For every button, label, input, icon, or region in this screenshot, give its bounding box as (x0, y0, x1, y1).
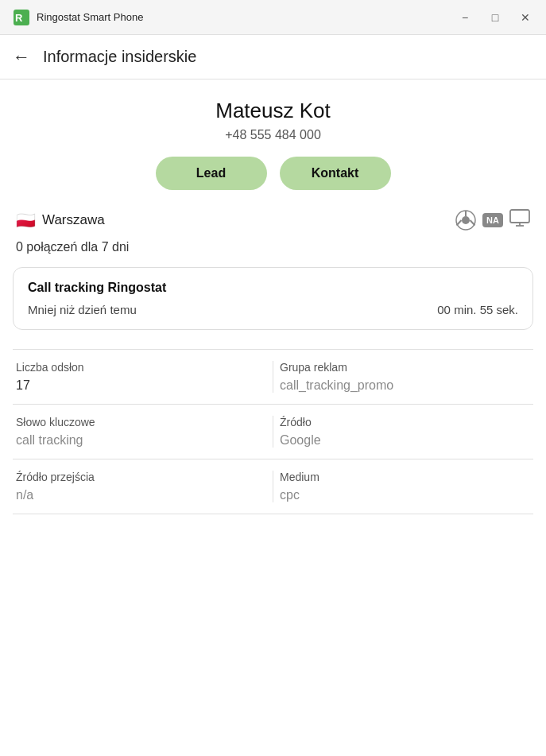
stat-value: cpc (280, 488, 530, 502)
stat-divider (273, 416, 273, 448)
stat-divider (273, 471, 273, 502)
card-time-label: Mniej niż dzień temu (28, 303, 137, 316)
stat-cell-right: ŹródłoGoogle (280, 416, 530, 448)
table-row: Liczba odsłon17Grupa reklamcall_tracking… (13, 350, 533, 405)
back-button[interactable]: ← (13, 48, 30, 66)
stat-cell-left: Słowo kluczowecall tracking (16, 416, 266, 448)
monitor-icon (509, 209, 530, 231)
stats-section: Liczba odsłon17Grupa reklamcall_tracking… (13, 349, 533, 514)
app-title: Ringostat Smart Phone (37, 11, 143, 23)
connections-info: 0 połączeń dla 7 dni (13, 240, 533, 254)
city-name: Warszawa (42, 212, 105, 228)
card-duration: 00 min. 55 sek. (437, 303, 518, 316)
chrome-icon (455, 210, 476, 231)
stat-label: Źródło (280, 416, 530, 428)
title-bar-left: R Ringostat Smart Phone (13, 9, 143, 26)
stat-label: Grupa reklam (280, 361, 530, 374)
stat-value: call tracking (16, 433, 266, 448)
minimize-button[interactable]: − (457, 10, 473, 25)
table-row: Źródło przejścian/aMediumcpc (13, 459, 533, 514)
page-title: Informacje insiderskie (43, 48, 196, 66)
location-icons: NA (455, 209, 530, 231)
title-bar: R Ringostat Smart Phone − □ ✕ (0, 0, 546, 35)
na-badge: NA (482, 213, 503, 227)
close-button[interactable]: ✕ (517, 10, 533, 25)
stat-value: call_tracking_promo (280, 378, 530, 393)
contact-phone: +48 555 484 000 (13, 128, 533, 142)
svg-text:R: R (15, 12, 23, 24)
card-title: Call tracking Ringostat (28, 281, 518, 295)
card-row: Mniej niż dzień temu 00 min. 55 sek. (28, 303, 518, 316)
location-left: 🇵🇱 Warszawa (16, 211, 105, 230)
stat-label: Źródło przejścia (16, 471, 266, 483)
stat-value: 17 (16, 378, 266, 393)
contact-name: Mateusz Kot (13, 99, 533, 123)
flag-icon: 🇵🇱 (16, 211, 36, 230)
table-row: Słowo kluczowecall trackingŹródłoGoogle (13, 405, 533, 459)
window-controls: − □ ✕ (457, 10, 533, 25)
stat-label: Słowo kluczowe (16, 416, 266, 428)
kontakt-button[interactable]: Kontakt (280, 157, 391, 190)
svg-line-6 (470, 220, 475, 226)
svg-point-3 (462, 216, 470, 224)
stat-value: Google (280, 433, 530, 448)
action-buttons: Lead Kontakt (13, 157, 533, 190)
maximize-button[interactable]: □ (487, 10, 503, 25)
location-row: 🇵🇱 Warszawa NA (13, 209, 533, 231)
contact-section: Mateusz Kot +48 555 484 000 Lead Kontakt (13, 99, 533, 190)
stat-divider (273, 361, 273, 393)
lead-button[interactable]: Lead (156, 157, 267, 190)
stat-label: Medium (280, 471, 530, 483)
stat-cell-left: Liczba odsłon17 (16, 361, 266, 393)
svg-rect-7 (510, 210, 529, 223)
call-tracking-card: Call tracking Ringostat Mniej niż dzień … (13, 267, 533, 330)
header-nav: ← Informacje insiderskie (0, 35, 546, 79)
app-icon: R (13, 9, 30, 26)
stat-cell-left: Źródło przejścian/a (16, 471, 266, 502)
main-content: Mateusz Kot +48 555 484 000 Lead Kontakt… (0, 79, 546, 756)
svg-line-5 (457, 220, 462, 226)
stat-cell-right: Mediumcpc (280, 471, 530, 502)
stat-cell-right: Grupa reklamcall_tracking_promo (280, 361, 530, 393)
stat-label: Liczba odsłon (16, 361, 266, 374)
stat-value: n/a (16, 488, 266, 502)
